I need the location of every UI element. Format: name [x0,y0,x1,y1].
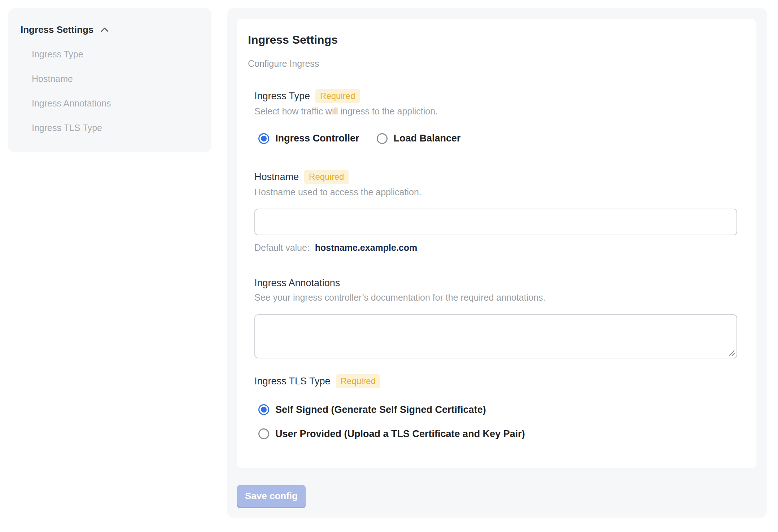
ingress-type-help: Select how traffic will ingress to the a… [254,105,737,117]
sidebar-item-hostname[interactable]: Hostname [32,66,204,91]
radio-option-user-provided[interactable]: User Provided (Upload a TLS Certificate … [258,428,737,440]
section-ingress-type: Ingress Type Required Select how traffic… [254,89,737,144]
ingress-type-radio-group: Ingress Controller Load Balancer [258,133,737,144]
ingress-tls-type-label: Ingress TLS Type [254,375,331,388]
resize-grip-icon[interactable] [727,348,736,357]
ingress-tls-radio-group: Self Signed (Generate Self Signed Certif… [258,404,737,440]
sidebar-item-ingress-type[interactable]: Ingress Type [32,42,204,66]
chevron-up-icon [99,25,110,35]
ingress-annotations-textarea[interactable] [254,314,737,358]
section-hostname: Hostname Required Hostname used to acces… [254,170,737,253]
required-badge: Required [315,89,360,103]
form-sections: Ingress Type Required Select how traffic… [254,89,737,440]
hostname-input[interactable] [254,209,737,235]
save-config-button[interactable]: Save config [237,485,306,507]
sidebar-section-title: Ingress Settings [21,24,93,35]
sidebar-item-ingress-annotations[interactable]: Ingress Annotations [32,91,204,115]
required-badge: Required [304,170,349,184]
section-ingress-annotations: Ingress Annotations See your ingress con… [254,277,737,358]
default-value-text: hostname.example.com [315,243,417,253]
ingress-settings-card: Ingress Settings Configure Ingress Ingre… [237,19,756,468]
radio-selected-icon [258,404,269,415]
ingress-annotations-help: See your ingress controller’s documentat… [254,292,737,304]
section-ingress-tls-type: Ingress TLS Type Required Self Signed (G… [254,374,737,440]
radio-selected-icon [258,133,269,144]
default-value-prefix: Default value: [254,243,310,253]
sidebar-item-ingress-tls-type[interactable]: Ingress TLS Type [32,115,204,140]
page-title: Ingress Settings [248,33,737,47]
required-badge: Required [336,374,380,388]
radio-option-self-signed[interactable]: Self Signed (Generate Self Signed Certif… [258,404,737,415]
hostname-default-caption: Default value: hostname.example.com [254,243,737,253]
settings-sidebar: Ingress Settings Ingress Type Hostname I… [8,8,211,152]
sidebar-section-toggle[interactable]: Ingress Settings [21,24,204,35]
hostname-help: Hostname used to access the application. [254,186,737,198]
page-subtitle: Configure Ingress [248,58,737,69]
ingress-annotations-label: Ingress Annotations [254,277,340,289]
main-panel: Ingress Settings Configure Ingress Ingre… [227,8,767,518]
ingress-type-label: Ingress Type [254,90,310,103]
hostname-label: Hostname [254,171,299,183]
radio-unselected-icon [377,133,388,144]
radio-unselected-icon [258,428,269,439]
radio-option-load-balancer[interactable]: Load Balancer [377,133,461,144]
sidebar-nav: Ingress Type Hostname Ingress Annotation… [32,42,204,140]
radio-option-ingress-controller[interactable]: Ingress Controller [258,133,359,144]
